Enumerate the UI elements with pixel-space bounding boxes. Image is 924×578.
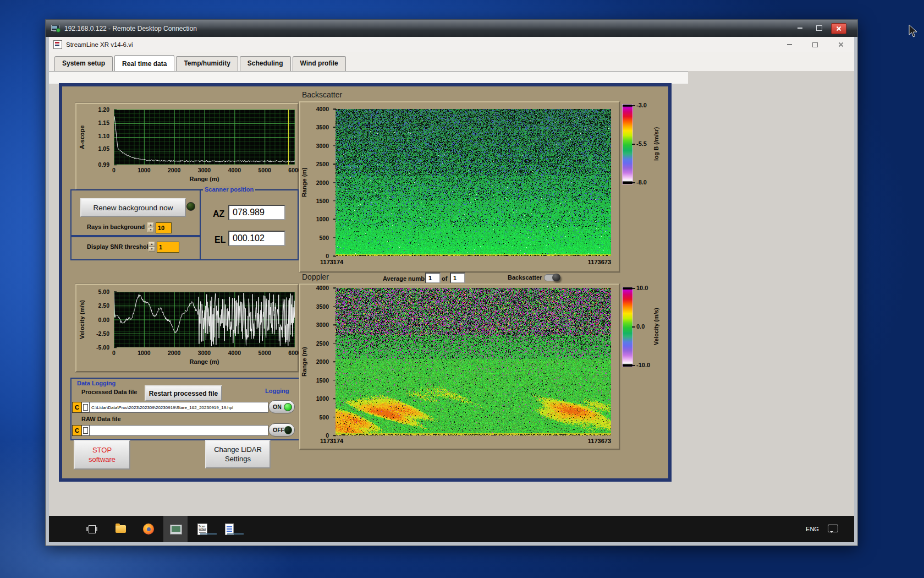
ascope-x-axis-label: Range (m) [114,176,295,182]
rdp-minimize-button[interactable] [793,23,807,33]
tick-label: 2.50 [98,302,109,309]
action-center-icon[interactable] [828,525,838,532]
raw-drive-selector[interactable]: C [72,425,82,436]
average-number-field[interactable]: 1 [425,272,441,283]
remote-taskbar: Scan sched ENG [49,516,854,542]
backscatter-colorbar-max: -3.0 [636,102,647,108]
close-icon [836,26,842,31]
backscatter-colorbar-mid: -5.5 [636,140,647,147]
rdp-window: 192.168.0.122 - Remote Desktop Connectio… [45,19,858,546]
velocity-y-ticks: 5.002.500.00-2.50-5.00 [89,292,114,347]
backscatter-toggle[interactable] [544,274,559,281]
restart-processed-file-button[interactable]: Restart processed file [145,385,222,401]
doppler-y-ticks: 40003500300025002000150010005000 [308,288,333,435]
raw-data-file-label: RAW Data file [81,416,121,422]
tab-scheduling[interactable]: Scheduling [240,56,291,71]
language-indicator[interactable]: ENG [801,519,823,539]
velocity-trace [114,292,295,347]
stop-software-button[interactable]: STOP software [74,440,130,470]
ascope-x-ticks: 0100020003000400050006000 [114,167,295,173]
rdp-maximize-button[interactable] [812,23,826,33]
el-value-field[interactable]: 000.102 [228,231,285,246]
rdp-window-title: 192.168.0.122 - Remote Desktop Connectio… [64,25,197,32]
app-close-button[interactable] [835,41,846,48]
doppler-plot-area [336,288,611,435]
processed-drive-selector[interactable]: C [72,402,82,413]
tick-label: -5.00 [96,344,109,351]
logging-label: Logging [265,388,289,394]
backscatter-colorbar-axis-label: log B (/m/sr) [652,108,661,179]
velocity-graph: Velocity (m/s) 5.002.500.00-2.50-5.00 01… [75,284,299,372]
app-titlebar[interactable]: StreamLine XR v14-6.vi [49,37,854,53]
doppler-x-end: 1173673 [556,438,611,444]
remote-desktop-view: StreamLine XR v14-6.vi System setup Real… [49,37,854,542]
raw-path-field[interactable] [89,425,268,436]
rdp-icon [51,25,60,32]
tick-label: 0 [112,167,116,173]
front-panel: A-scope 1.201.151.101.050.99 01000200030… [59,83,672,482]
notepad-document-icon[interactable] [224,524,235,535]
velocity-x-axis-label: Range (m) [114,358,295,365]
tick-label: 1.20 [98,106,109,113]
tick-label: 2000 [316,179,329,186]
tick-label: 0 [112,350,116,356]
tick-label: 1.10 [98,133,109,139]
renew-background-button[interactable]: Renew background now [80,198,186,217]
tick-label: 5000 [258,350,271,356]
app-restore-button[interactable] [810,41,821,48]
doppler-colorbar [622,287,633,367]
backscatter-graph: Range (m) 400035003000250020001500100050… [299,101,620,272]
rays-spinner[interactable]: ▲▼ [147,222,154,232]
ascope-trace [114,110,295,165]
ascope-y-ticks: 1.201.151.101.050.99 [89,110,114,165]
task-view-icon[interactable] [86,524,97,535]
tab-system-setup[interactable]: System setup [54,56,113,71]
tick-label: 0.00 [98,317,109,323]
rays-in-background-label: Rays in background [87,223,145,230]
backscatter-x-start: 1173174 [320,259,343,265]
tick-label: 2000 [168,350,180,356]
scan-schedule-window-icon[interactable]: Scan sched [197,524,208,535]
tick-label: 4000 [228,350,241,356]
tick-label: 500 [319,235,329,241]
tab-real-time-data[interactable]: Real time data [114,55,174,72]
tick-label: 3000 [198,350,211,356]
rays-value-field[interactable]: 10 [156,222,172,233]
ascope-graph: A-scope 1.201.151.101.050.99 01000200030… [75,103,299,190]
file-explorer-icon[interactable] [116,524,127,535]
processed-logging-toggle[interactable]: ON [268,400,295,413]
tick-label: 2500 [316,340,329,347]
firefox-icon[interactable] [143,524,154,535]
tick-label: 4000 [228,167,241,173]
streamline-app-icon[interactable] [170,524,181,535]
tab-wind-profile[interactable]: Wind profile [293,56,346,71]
tick-label: 1.05 [98,145,109,152]
logging-off-led [284,426,292,434]
average-number-label: Average number [383,275,430,282]
app-minimize-button[interactable] [784,41,795,48]
az-value-field[interactable]: 078.989 [228,205,285,220]
processed-browse-icon[interactable] [81,402,90,413]
backscatter-plot-area [336,109,611,256]
velocity-plot-area [114,292,295,347]
tick-label: 3500 [316,303,329,310]
processed-path-field[interactable]: C:\Lidar\Data\Proc\2023\202309\20230919\… [89,402,268,413]
app-window-title: StreamLine XR v14-6.vi [66,41,133,48]
tick-label: 500 [319,414,329,421]
raw-logging-toggle[interactable]: OFF [268,423,295,437]
rdp-titlebar[interactable]: 192.168.0.122 - Remote Desktop Connectio… [46,20,857,37]
rdp-close-button[interactable] [831,23,846,34]
tick-label: 4000 [316,106,329,112]
doppler-y-axis-label: Range (m) [300,288,308,435]
backscatter-y-ticks: 40003500300025002000150010005000 [308,109,333,256]
average-total-field[interactable]: 1 [450,272,465,283]
raw-browse-icon[interactable] [81,425,90,436]
az-label: AZ [213,209,224,219]
tab-temp-humidity[interactable]: Temp/humidity [176,56,238,71]
tick-label: -2.50 [96,330,109,337]
doppler-title: Doppler [302,272,329,281]
change-lidar-settings-button[interactable]: Change LiDAR Settings [205,440,271,468]
snr-threshold-label: Display SNR threshold [87,243,152,250]
snr-spinner[interactable]: ▲▼ [148,242,155,252]
snr-value-field[interactable]: 1 [157,242,179,253]
